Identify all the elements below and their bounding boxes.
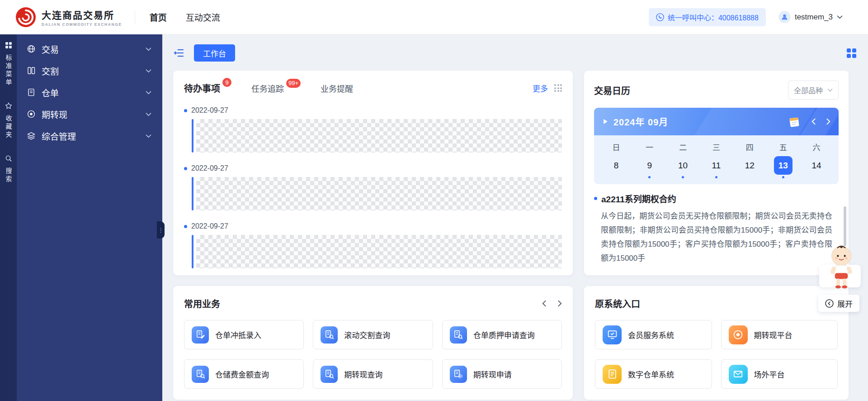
logo-title: 大连商品交易所 [42, 8, 122, 21]
tab-task-tracking[interactable]: 任务追踪 99+ [251, 82, 301, 94]
biz-button-efp-query[interactable]: 期转现查询 [313, 359, 433, 389]
biz-button-storage-fee-query[interactable]: 仓储费金额查询 [184, 359, 304, 389]
biz-button-pledge-application-query[interactable]: 仓单质押申请查询 [442, 320, 562, 349]
todo-item[interactable]: 2022-09-27 [184, 106, 562, 153]
event-dot [782, 176, 784, 178]
calendar-next-icon[interactable] [826, 118, 830, 125]
variety-dropdown[interactable]: 全部品种 [788, 81, 839, 100]
nav-interaction[interactable]: 互动交流 [186, 11, 220, 23]
globe-icon [27, 44, 36, 53]
task-count-badge: 99+ [286, 79, 301, 88]
date-cell[interactable]: 14 [800, 156, 833, 178]
accent-bar [192, 119, 193, 153]
dce-logo-icon [15, 7, 36, 28]
todo-date: 2022-09-27 [191, 222, 228, 230]
user-menu[interactable]: testmem_3 [778, 11, 843, 23]
document-search-icon [321, 326, 338, 344]
mascot-image[interactable] [824, 244, 857, 291]
chevron-down-icon [146, 47, 151, 51]
date-cell[interactable]: 8 [599, 156, 633, 178]
logo: 大连商品交易所 DALIAN COMMODITY EXCHANGE [15, 7, 122, 28]
document-search-icon [192, 366, 209, 383]
sidebar-item-efp[interactable]: 期转现 [17, 103, 162, 125]
bullet-dot [184, 167, 187, 170]
biz-button-label: 滚动交割查询 [344, 329, 390, 340]
layout-grid-icon[interactable] [847, 48, 856, 58]
sidebar-item-label: 期转现 [42, 108, 140, 120]
expand-label: 展开 [837, 298, 853, 309]
biz-button-efp-application[interactable]: 期转现申请 [442, 359, 562, 389]
sys-button-efp-platform[interactable]: 期转现平台 [721, 320, 838, 349]
variety-dropdown-value: 全部品种 [794, 85, 823, 95]
date-number: 12 [741, 156, 759, 175]
weekday-label: 日 [599, 141, 633, 153]
date-cell[interactable]: 12 [733, 156, 766, 178]
weekday-label: 二 [666, 141, 700, 153]
redacted-content [196, 119, 562, 153]
rail-item-standard-menu[interactable]: 标准菜单 [4, 42, 13, 87]
chevron-down-icon [146, 112, 151, 116]
chevron-down-icon [146, 69, 151, 73]
date-cell-selected[interactable]: 13 [766, 156, 800, 178]
chevron-down-icon [146, 134, 151, 138]
sys-button-member-service[interactable]: 会员服务系统 [595, 320, 712, 349]
call-center-text: 统一呼叫中心：4008618888 [668, 12, 759, 23]
rail-item-search[interactable]: 搜索 [4, 155, 13, 184]
biz-button-label: 仓单冲抵录入 [215, 329, 261, 340]
sidebar-item-management[interactable]: 综合管理 [17, 125, 162, 147]
header-divider [135, 10, 135, 24]
weekday-label: 六 [800, 141, 833, 153]
weekday-label: 三 [700, 141, 733, 153]
logo-subtitle: DALIAN COMMODITY EXCHANGE [42, 22, 122, 27]
pager-prev-icon[interactable] [542, 300, 547, 307]
legacy-systems-title: 原系统入口 [595, 297, 640, 310]
rail-item-favorites[interactable]: 收藏夹 [4, 102, 13, 139]
date-cell[interactable]: 10 [666, 156, 700, 178]
circle-arrow-left-icon [825, 299, 834, 308]
sys-button-digital-receipt[interactable]: 数字仓单系统 [595, 359, 712, 389]
tab-business-reminder[interactable]: 业务提醒 [321, 82, 353, 94]
calendar-prev-icon[interactable] [811, 118, 816, 125]
calendar-title: 交易日历 [594, 84, 630, 97]
date-number: 8 [607, 156, 625, 175]
sidebar-drag-handle[interactable]: ⋮ [157, 221, 165, 239]
calendar-month-label: 2024年 09月 [613, 115, 668, 128]
rail-label: 标准菜单 [4, 54, 13, 87]
redacted-content [196, 235, 562, 268]
notepad-icon [787, 115, 802, 129]
rail-label: 收藏夹 [4, 115, 13, 139]
expand-button[interactable]: 展开 [818, 295, 859, 312]
sidebar-item-trade[interactable]: 交易 [17, 38, 162, 60]
pager-next-icon[interactable] [557, 300, 562, 307]
common-business-card: 常用业务 仓单冲抵录入 [173, 286, 573, 400]
layers-icon [27, 131, 36, 140]
sidebar-item-delivery[interactable]: 交割 [17, 60, 162, 81]
calendar-notice[interactable]: a2211系列期权合约 从今日起，期货公司会员无买持仓限额限制；期货公司会员无卖… [594, 192, 839, 265]
tab-workbench[interactable]: 工作台 [194, 44, 235, 62]
tab-label: 任务追踪 [251, 82, 284, 94]
todo-item[interactable]: 2022-09-27 [184, 222, 562, 268]
date-cell[interactable]: 9 [633, 156, 666, 178]
notice-title: a2211系列期权合约 [601, 192, 676, 205]
biz-button-rolling-delivery-query[interactable]: 滚动交割查询 [313, 320, 433, 349]
todo-title[interactable]: 待办事项 [184, 81, 220, 95]
sidebar-item-warehouse-receipt[interactable]: 仓单 [17, 81, 162, 103]
diamond-circle-icon [729, 325, 748, 344]
date-number: 11 [707, 156, 726, 175]
date-cell[interactable]: 11 [700, 156, 733, 178]
star-icon [5, 102, 12, 111]
todo-item[interactable]: 2022-09-27 [184, 164, 562, 210]
sidebar: 交易 交割 仓单 期转现 综合管理 [17, 34, 162, 401]
username: testmem_3 [795, 13, 833, 22]
columns-icon [27, 66, 36, 75]
sidebar-item-label: 交割 [42, 65, 140, 77]
menu-fold-icon[interactable] [173, 48, 184, 58]
date-number: 14 [807, 156, 826, 175]
scrollbar-thumb[interactable] [844, 206, 846, 246]
apps-dots-icon[interactable] [554, 84, 562, 92]
biz-button-offset-entry[interactable]: 仓单冲抵录入 [184, 320, 304, 349]
biz-button-label: 仓单质押申请查询 [473, 329, 535, 340]
sys-button-otc-platform[interactable]: 场外平台 [721, 359, 838, 389]
more-link[interactable]: 更多 [533, 82, 548, 94]
nav-home[interactable]: 首页 [150, 11, 167, 23]
